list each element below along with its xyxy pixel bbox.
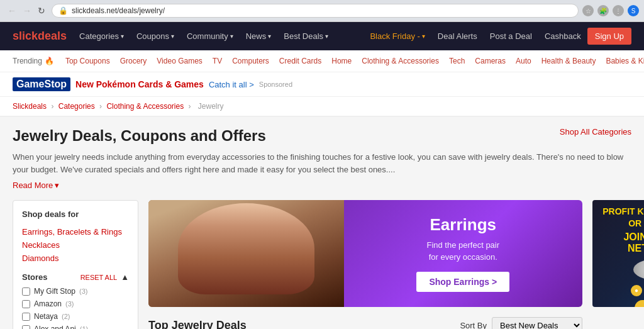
store-checkbox-netaya[interactable] [22,313,30,321]
chevron-down-icon: ▾ [268,33,271,40]
chevron-up-icon: ▲ [121,272,129,282]
sidebar-stores-header[interactable]: Stores RESET ALL ▲ [22,272,129,282]
ad-banner: GameStop New Pokémon Cards & Games Catch… [0,72,644,97]
ad-image: 👴 [633,259,644,280]
sort-by-control: Sort By Best New Deals Most Recent Price… [460,317,582,329]
page-header: Jewelry Deals, Coupons and Offers Shop A… [13,127,631,145]
sponsored-label: Sponsored [259,81,292,88]
ad-subtitle: JOIN TOP AD NETWORK! [599,231,644,254]
chevron-down-icon: ▾ [121,33,124,40]
top-deals-section: Top Jewelry Deals Sort By Best New Deals… [148,317,582,329]
breadcrumb: Slickdeals › Categories › Clothing & Acc… [0,97,644,116]
trending-tech[interactable]: Tech [444,54,470,68]
trending-label: Trending 🔥 [13,57,54,65]
trending-bar: Trending 🔥 Top Coupons Grocery Video Gam… [0,50,644,72]
chevron-down-icon: ▾ [55,181,59,190]
ad-cta-link[interactable]: Catch it all > [209,80,254,89]
page-description: When your jewelry needs include anything… [13,151,631,176]
back-button[interactable]: ← [5,4,19,17]
featured-area: Earrings Find the perfect pairfor every … [148,200,582,329]
nav-best-deals[interactable]: Best Deals ▾ [277,23,335,50]
breadcrumb-sep: › [189,102,193,111]
sidebar-shop-title: Shop deals for [22,209,129,219]
trending-video-games[interactable]: Video Games [152,54,208,68]
reset-all-link[interactable]: RESET ALL [80,274,118,281]
breadcrumb-categories[interactable]: Categories [58,102,95,111]
trending-credit-cards[interactable]: Credit Cards [274,54,326,68]
refresh-button[interactable]: ↻ [35,4,48,17]
store-checkbox-alex-ani[interactable] [22,325,30,330]
shop-earrings-button[interactable]: Shop Earrings > [416,272,509,292]
trending-cameras[interactable]: Cameras [470,54,511,68]
extensions-icon[interactable]: 🧩 [597,5,609,16]
chevron-down-icon: ▾ [171,33,174,40]
trending-icon: 🔥 [45,57,54,65]
nav-categories[interactable]: Categories ▾ [73,23,130,50]
breadcrumb-clothing[interactable]: Clothing & Accessories [106,102,184,111]
sidebar-shop-box: Shop deals for Earrings, Bracelets & Rin… [13,200,138,329]
trending-health-beauty[interactable]: Health & Beauty [536,54,601,68]
browser-nav-arrows: ← → ↻ [5,4,48,17]
sidebar-link-necklaces[interactable]: Necklaces [22,238,129,252]
sidebar-link-earrings[interactable]: Earrings, Bracelets & Rings [22,225,129,238]
trending-auto[interactable]: Auto [511,54,536,68]
sort-by-label: Sort By [460,321,487,329]
nav-news[interactable]: News ▾ [240,23,278,50]
trending-tv[interactable]: TV [208,54,227,68]
store-checkbox-my-gift-stop[interactable] [22,287,30,296]
ad-decorations: ● ● [631,285,644,296]
hero-subtitle: Find the perfect pairfor every occasion. [426,240,499,262]
stores-label: Stores [22,272,47,282]
ad-box: × PropellerAds PROFIT KNOWS NO AGE OR BO… [592,200,644,307]
lock-icon: 🔒 [58,6,68,15]
address-bar[interactable]: 🔒 slickdeals.net/deals/jewelry/ [52,4,579,18]
sidebar-link-diamonds[interactable]: Diamonds [22,252,129,265]
trending-home[interactable]: Home [326,54,357,68]
trending-grocery[interactable]: Grocery [115,54,152,68]
chevron-down-icon: ▾ [230,33,233,40]
trending-babies-kids[interactable]: Babies & Kids [601,54,644,68]
main-navigation: slickdeals Categories ▾ Coupons ▾ Commun… [0,22,644,50]
ad-cta-button[interactable]: I'M IN [635,300,644,307]
nav-black-friday[interactable]: Black Friday - ▾ [364,23,431,50]
page-title: Jewelry Deals, Coupons and Offers [13,127,266,145]
hero-title: Earrings [430,215,497,235]
trending-clothing[interactable]: Clothing & Accessories [357,54,444,68]
sort-by-select[interactable]: Best New Deals Most Recent Price: Low to… [492,317,582,329]
hero-image [148,200,344,307]
ad-text: New Pokémon Cards & Games [75,79,204,89]
nav-post-deal[interactable]: Post a Deal [484,23,538,50]
store-alex-ani: Alex and Ani (1) [22,325,129,329]
store-netaya: Netaya (2) [22,312,129,321]
site-logo[interactable]: slickdeals [13,22,67,50]
trending-top-coupons[interactable]: Top Coupons [60,54,115,68]
store-amazon: Amazon (3) [22,299,129,308]
gamestop-logo: GameStop [13,77,70,91]
star-icon[interactable]: ☆ [582,5,594,16]
nav-coupons[interactable]: Coupons ▾ [130,23,180,50]
url-text: slickdeals.net/deals/jewelry/ [72,6,165,15]
top-deals-title: Top Jewelry Deals [148,319,247,329]
forward-button[interactable]: → [20,4,34,17]
menu-icon[interactable]: ⋮ [613,5,624,16]
shop-all-link[interactable]: Shop All Categories [560,127,631,137]
sidebar: Shop deals for Earrings, Bracelets & Rin… [13,200,138,329]
nav-community[interactable]: Community ▾ [180,23,240,50]
store-my-gift-stop: My Gift Stop (3) [22,287,129,296]
profile-icon[interactable]: S [628,5,639,16]
store-checkbox-amazon[interactable] [22,300,30,308]
read-more-button[interactable]: Read More ▾ [13,181,631,190]
trending-computers[interactable]: Computers [227,54,274,68]
breadcrumb-sep: › [99,102,104,111]
breadcrumb-current: Jewelry [198,102,224,111]
browser-toolbar-icons: ☆ 🧩 ⋮ S [582,5,639,16]
breadcrumb-slickdeals[interactable]: Slickdeals [13,102,47,111]
hero-banner: Earrings Find the perfect pairfor every … [148,200,582,307]
hero-content: Earrings Find the perfect pairfor every … [344,200,583,307]
nav-signup[interactable]: Sign Up [587,28,631,45]
nav-deal-alerts[interactable]: Deal Alerts [431,23,484,50]
top-deals-header: Top Jewelry Deals Sort By Best New Deals… [148,317,582,329]
sidebar-stores-section: Stores RESET ALL ▲ My Gift Stop (3) Amaz… [22,272,129,329]
nav-cashback[interactable]: Cashback [538,23,587,50]
breadcrumb-sep: › [51,102,55,111]
